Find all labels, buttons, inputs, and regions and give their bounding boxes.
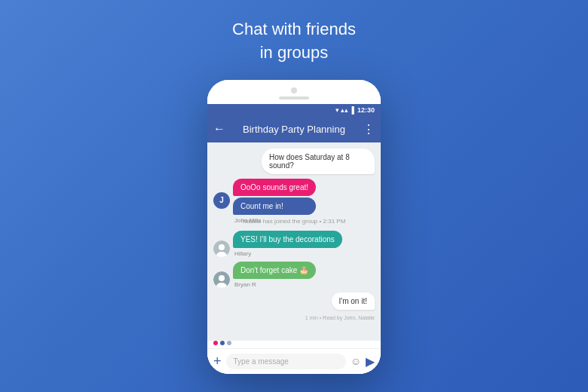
message-6: Don't forget cake 🎂 Bryan R bbox=[213, 262, 375, 288]
bubble-green: Don't forget cake 🎂 bbox=[233, 262, 316, 279]
wifi-icon: ▾ bbox=[335, 106, 339, 114]
bubble-teal: YES! I'll buy the decorations bbox=[233, 231, 342, 248]
message-5: YES! I'll buy the decorations Hillary bbox=[213, 231, 375, 257]
emoji-button[interactable]: ☺ bbox=[351, 355, 361, 367]
more-button[interactable]: ⋮ bbox=[363, 122, 375, 136]
message-7: I'm on it! bbox=[213, 292, 375, 310]
phone-camera bbox=[291, 87, 297, 93]
bubble-right: How does Saturday at 8 sound? bbox=[262, 149, 375, 174]
system-message: Natalie has joined the group • 2:31 PM bbox=[213, 218, 375, 225]
status-bar: ▾ ▴▴ ▐ 12:30 bbox=[207, 104, 381, 116]
battery-icon: ▐ bbox=[350, 106, 354, 114]
chat-messages: How does Saturday at 8 sound? OoOo sound… bbox=[207, 142, 381, 341]
avatar-bryan bbox=[213, 271, 230, 288]
msg-text-2: I'm on it! bbox=[339, 297, 367, 305]
send-button[interactable]: ▶ bbox=[366, 354, 375, 369]
message-input[interactable]: Type a message bbox=[226, 354, 346, 369]
dots-row bbox=[207, 341, 381, 348]
dot-1 bbox=[213, 341, 218, 345]
signal-icon: ▴▴ bbox=[341, 106, 348, 114]
sender-bryan: Bryan R bbox=[234, 281, 316, 288]
chat-title: Birthday Party Planning bbox=[230, 124, 358, 135]
chat-footer-section: + Type a message ☺ ▶ bbox=[207, 341, 381, 374]
message-placeholder: Type a message bbox=[234, 357, 289, 366]
hero-section: Chat with friends in groups bbox=[232, 18, 356, 80]
msg-group-hillary: YES! I'll buy the decorations Hillary bbox=[233, 231, 342, 257]
hero-line2: in groups bbox=[260, 43, 329, 62]
sender-hillary: Hillary bbox=[234, 250, 342, 257]
system-text: Natalie has joined the group • 2:31 PM bbox=[243, 218, 346, 225]
phone-speaker bbox=[279, 96, 309, 100]
avatar-row-john: J bbox=[213, 192, 375, 209]
phone: ▾ ▴▴ ▐ 12:30 ← Birthday Party Planning ⋮… bbox=[207, 80, 381, 374]
msg-text: How does Saturday at 8 sound? bbox=[269, 153, 350, 170]
status-icons: ▾ ▴▴ ▐ bbox=[335, 106, 354, 114]
hero-line1: Chat with friends bbox=[232, 20, 356, 38]
avatar-hillary bbox=[213, 240, 230, 257]
dot-2 bbox=[220, 341, 225, 345]
svg-point-4 bbox=[219, 275, 225, 281]
add-button[interactable]: + bbox=[213, 354, 222, 369]
message-1: How does Saturday at 8 sound? bbox=[213, 149, 375, 174]
chat-footer: + Type a message ☺ ▶ bbox=[207, 348, 381, 374]
bubble-right-2: I'm on it! bbox=[332, 292, 375, 310]
avatar-john: J bbox=[213, 192, 230, 209]
chat-header: ← Birthday Party Planning ⋮ bbox=[207, 116, 381, 142]
status-time: 12:30 bbox=[357, 106, 375, 114]
phone-top bbox=[207, 80, 381, 104]
msg-group-bryan: Don't forget cake 🎂 Bryan R bbox=[233, 262, 316, 288]
dot-3 bbox=[227, 341, 231, 345]
svg-point-1 bbox=[219, 244, 225, 250]
read-receipt: 1 min • Read by John, Natalie bbox=[213, 315, 375, 320]
back-button[interactable]: ← bbox=[213, 122, 225, 136]
